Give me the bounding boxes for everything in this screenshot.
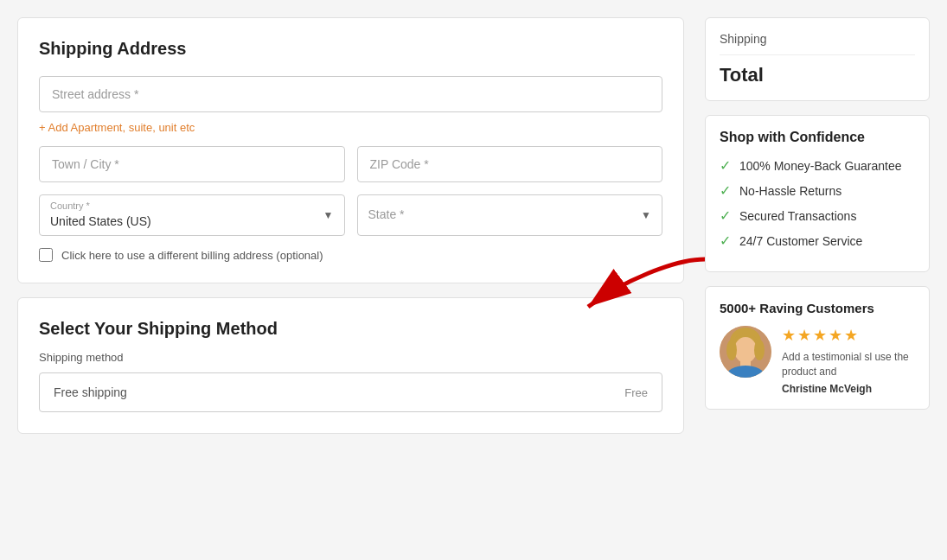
shipping-method-label: Shipping method <box>39 351 662 364</box>
confidence-item-1: ✓ No-Hassle Returns <box>720 182 915 199</box>
testimonial-card: 5000+ Raving Customers <box>705 286 930 410</box>
sidebar-total-label: Total <box>720 64 915 86</box>
confidence-text-2: Secured Transactions <box>739 209 856 223</box>
checkmark-icon-1: ✓ <box>720 182 731 199</box>
confidence-text-3: 24/7 Customer Service <box>739 234 862 248</box>
svg-point-4 <box>734 337 757 363</box>
street-address-input[interactable] <box>39 76 662 112</box>
confidence-title: Shop with Confidence <box>720 130 915 145</box>
confidence-text-1: No-Hassle Returns <box>739 184 841 198</box>
confidence-card: Shop with Confidence ✓ 100% Money-Back G… <box>705 115 930 272</box>
svg-point-5 <box>726 340 737 360</box>
order-summary-card: Shipping Total <box>705 17 930 101</box>
shipping-option-price: Free <box>624 386 648 399</box>
testimonial-content: ★★★★★ Add a testimonial sl use the produ… <box>782 326 915 395</box>
shipping-method-title: Select Your Shipping Method <box>39 319 662 339</box>
state-select[interactable]: State * Alabama Alaska California New Yo… <box>358 195 662 233</box>
shipping-address-title: Shipping Address <box>39 39 662 59</box>
sidebar-shipping-label: Shipping <box>720 32 915 55</box>
raving-customers-title: 5000+ Raving Customers <box>720 301 915 315</box>
testimonial-text: Add a testimonial sl use the product and <box>782 350 915 379</box>
testimonial-row: ★★★★★ Add a testimonial sl use the produ… <box>720 326 915 395</box>
billing-address-checkbox[interactable] <box>39 248 53 262</box>
add-apartment-link[interactable]: + Add Apartment, suite, unit etc <box>39 121 195 134</box>
avatar <box>720 326 771 378</box>
free-shipping-option[interactable]: Free shipping Free <box>39 372 662 412</box>
state-select-wrapper[interactable]: State * Alabama Alaska California New Yo… <box>357 194 663 236</box>
billing-address-label[interactable]: Click here to use a different billing ad… <box>61 249 323 262</box>
checkmark-icon-3: ✓ <box>720 232 731 249</box>
confidence-text-0: 100% Money-Back Guarantee <box>739 159 902 173</box>
country-label: Country * <box>50 200 90 211</box>
svg-point-6 <box>754 340 765 360</box>
confidence-item-0: ✓ 100% Money-Back Guarantee <box>720 157 915 174</box>
zip-code-input[interactable] <box>357 146 663 182</box>
confidence-item-3: ✓ 24/7 Customer Service <box>720 232 915 249</box>
checkmark-icon-2: ✓ <box>720 207 731 224</box>
checkmark-icon-0: ✓ <box>720 157 731 174</box>
star-rating: ★★★★★ <box>782 326 915 345</box>
shipping-method-card: Select Your Shipping Method Shipping met… <box>17 297 684 434</box>
shipping-address-card: Shipping Address + Add Apartment, suite,… <box>17 17 684 283</box>
confidence-item-2: ✓ Secured Transactions <box>720 207 915 224</box>
shipping-option-name: Free shipping <box>54 385 127 399</box>
country-select-wrapper[interactable]: Country * United States (US) Canada Unit… <box>39 194 345 236</box>
testimonial-author: Christine McVeigh <box>782 383 915 395</box>
town-city-input[interactable] <box>39 146 345 182</box>
